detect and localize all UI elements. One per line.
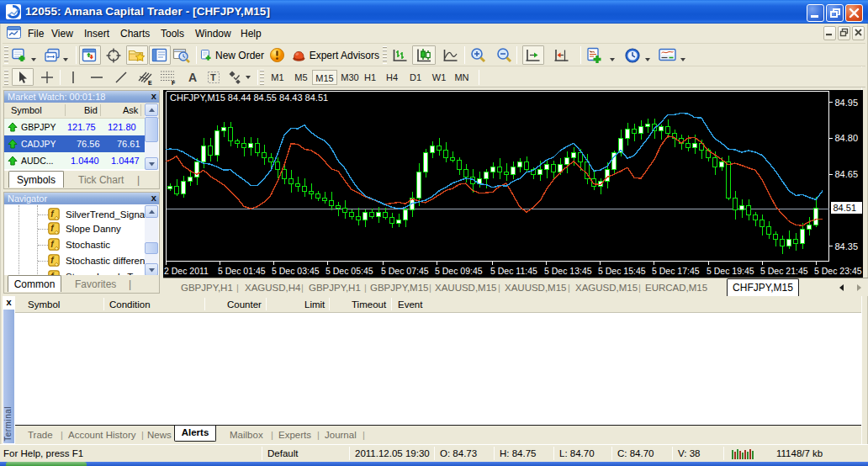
svg-text:5 Dec 17:45: 5 Dec 17:45 (652, 266, 700, 276)
svg-text:F: F (172, 80, 176, 86)
svg-text:CHFJPY,M15 84.44 84.55 84.43: CHFJPY,M15 84.44 84.55 84.43 84.51 (170, 93, 328, 103)
svg-text:5 Dec 23:45: 5 Dec 23:45 (814, 266, 862, 276)
svg-text:5 Dec 03:45: 5 Dec 03:45 (272, 266, 320, 276)
svg-text:84.80: 84.80 (835, 133, 859, 143)
svg-text:5 Dec 09:45: 5 Dec 09:45 (435, 266, 483, 276)
svg-text:5 Dec 11:45: 5 Dec 11:45 (490, 266, 537, 276)
svg-text:5 Dec 07:45: 5 Dec 07:45 (381, 266, 429, 276)
svg-text:E: E (148, 80, 152, 86)
svg-text:5 Dec 19:45: 5 Dec 19:45 (707, 266, 754, 276)
svg-text:84.51: 84.51 (834, 203, 857, 213)
svg-text:5 Dec 01:45: 5 Dec 01:45 (218, 266, 266, 276)
svg-text:2 Dec 2011: 2 Dec 2011 (164, 266, 209, 276)
svg-text:5 Dec 05:45: 5 Dec 05:45 (326, 266, 373, 276)
svg-text:84.95: 84.95 (835, 98, 859, 108)
svg-text:5 Dec 15:45: 5 Dec 15:45 (598, 266, 646, 276)
svg-text:84.65: 84.65 (835, 169, 859, 179)
svg-text:5 Dec 13:45: 5 Dec 13:45 (544, 266, 592, 276)
svg-text:5 Dec 21:45: 5 Dec 21:45 (760, 266, 808, 276)
svg-text:T: T (210, 72, 216, 82)
svg-text:84.35: 84.35 (835, 241, 859, 252)
